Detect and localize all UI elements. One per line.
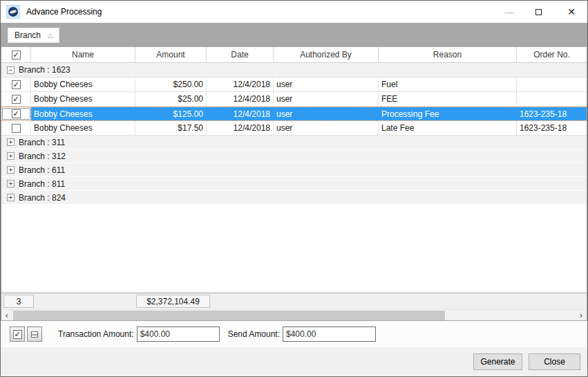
- uncheck-all-button[interactable]: [27, 327, 42, 342]
- minus-icon: [31, 331, 38, 338]
- cell-name: Bobby Cheeses: [31, 77, 135, 91]
- check-icon: ✓: [13, 330, 22, 339]
- generate-button[interactable]: Generate: [473, 353, 522, 370]
- cell-amount: $25.00: [135, 92, 207, 106]
- expand-icon[interactable]: +: [7, 138, 15, 146]
- close-button[interactable]: ✕: [560, 2, 583, 21]
- scroll-left-icon[interactable]: ‹: [1, 310, 12, 321]
- column-header-row: ✓ Name Amount Date Authorized By Reason …: [1, 47, 587, 63]
- table-row[interactable]: ✓ Bobby Cheeses $25.00 12/4/2018 user FE…: [1, 92, 587, 107]
- send-amount-label: Send Amount:: [228, 329, 280, 339]
- scroll-right-icon[interactable]: ›: [576, 310, 587, 321]
- header-order-no[interactable]: Order No.: [517, 47, 587, 62]
- cell-order-no: 1623-235-18: [517, 107, 587, 120]
- cell-reason: FEE: [379, 92, 517, 106]
- group-label: Branch : 312: [19, 151, 66, 161]
- group-row-824[interactable]: + Branch : 824: [1, 191, 587, 205]
- group-row-811[interactable]: + Branch : 811: [1, 177, 587, 191]
- row-check-cell[interactable]: ✓: [1, 77, 31, 91]
- group-by-panel: Branch △: [1, 23, 587, 47]
- select-all-checkbox[interactable]: ✓: [12, 50, 21, 59]
- grid-rows: − Branch : 1623 ✓ Bobby Cheeses $250.00 …: [1, 63, 587, 293]
- row-check-cell[interactable]: [1, 121, 31, 135]
- header-authorized-by[interactable]: Authorized By: [274, 47, 379, 62]
- header-reason[interactable]: Reason: [379, 47, 517, 62]
- group-row-311[interactable]: + Branch : 311: [1, 136, 587, 149]
- cell-name: Bobby Cheeses: [31, 92, 135, 106]
- app-icon-box: [6, 5, 20, 19]
- header-date[interactable]: Date: [207, 47, 274, 62]
- maximize-button[interactable]: [527, 2, 550, 21]
- sort-ascending-icon: △: [48, 32, 53, 39]
- group-label: Branch : 811: [19, 179, 65, 189]
- cell-authorized-by: user: [274, 121, 379, 135]
- cell-reason: Fuel: [379, 77, 517, 91]
- summary-footer: 3 $2,372,104.49: [1, 293, 587, 309]
- cell-order-no: [517, 92, 587, 106]
- expand-icon[interactable]: +: [7, 166, 15, 174]
- cell-amount: $125.00: [135, 107, 207, 120]
- bottom-panel: ✓ Transaction Amount: Send Amount:: [1, 320, 587, 347]
- cell-reason: Processing Fee: [379, 107, 517, 120]
- cell-date: 12/4/2018: [207, 107, 274, 120]
- check-all-button[interactable]: ✓: [10, 327, 25, 342]
- cell-amount: $250.00: [135, 77, 207, 91]
- scrollbar-thumb[interactable]: [13, 311, 445, 320]
- header-name[interactable]: Name: [31, 47, 135, 62]
- cell-amount: $17.50: [135, 121, 207, 135]
- group-label: Branch : 611: [19, 165, 65, 175]
- row-checkbox[interactable]: ✓: [12, 95, 21, 104]
- expand-icon[interactable]: +: [7, 152, 15, 160]
- cell-name: Bobby Cheeses: [31, 107, 135, 120]
- row-check-cell[interactable]: ✓: [1, 92, 31, 106]
- advance-processing-window: Advance Processing — ✕ Branch △ ✓ Name A…: [0, 0, 588, 377]
- maximize-icon: [535, 9, 542, 15]
- header-select-all[interactable]: ✓: [1, 47, 31, 62]
- expand-icon[interactable]: +: [7, 194, 15, 201]
- table-row[interactable]: ✓ Bobby Cheeses $250.00 12/4/2018 user F…: [1, 77, 587, 92]
- app-globe-icon: [8, 7, 18, 17]
- cell-reason: Late Fee: [379, 121, 517, 135]
- table-row-selected[interactable]: ✓ Bobby Cheeses $125.00 12/4/2018 user P…: [1, 107, 587, 121]
- group-row-312[interactable]: + Branch : 312: [1, 149, 587, 163]
- horizontal-scrollbar[interactable]: ‹ ›: [1, 309, 587, 320]
- group-row-611[interactable]: + Branch : 611: [1, 163, 587, 177]
- expand-icon[interactable]: +: [7, 180, 15, 187]
- group-label: Branch : 1623: [19, 65, 70, 75]
- group-label: Branch : 824: [19, 193, 66, 203]
- group-field-branch[interactable]: Branch △: [8, 28, 59, 43]
- grid: Branch △ ✓ Name Amount Date Authorized B…: [1, 23, 587, 320]
- cell-authorized-by: user: [274, 77, 379, 91]
- row-check-cell[interactable]: ✓: [1, 107, 31, 120]
- button-bar: Generate Close: [1, 347, 587, 376]
- title-bar: Advance Processing — ✕: [1, 1, 587, 23]
- table-row[interactable]: Bobby Cheeses $17.50 12/4/2018 user Late…: [1, 121, 587, 136]
- send-amount-input[interactable]: [283, 327, 376, 342]
- amount-total-summary: $2,372,104.49: [136, 295, 210, 308]
- cell-authorized-by: user: [274, 92, 379, 106]
- transaction-amount-input[interactable]: [137, 327, 220, 342]
- minimize-button[interactable]: —: [497, 2, 521, 21]
- group-field-label: Branch: [15, 30, 41, 40]
- header-amount[interactable]: Amount: [135, 47, 207, 62]
- empty-grid-area: [1, 205, 587, 293]
- cell-order-no: 1623-235-18: [517, 121, 587, 135]
- cell-order-no: [517, 77, 587, 91]
- transaction-amount-label: Transaction Amount:: [58, 329, 134, 339]
- collapse-icon[interactable]: −: [7, 66, 15, 74]
- row-checkbox[interactable]: ✓: [12, 80, 21, 89]
- row-count-summary: 3: [3, 295, 34, 308]
- row-checkbox[interactable]: [12, 124, 21, 133]
- row-checkbox[interactable]: ✓: [12, 109, 21, 118]
- group-row-1623[interactable]: − Branch : 1623: [1, 63, 587, 77]
- cell-date: 12/4/2018: [207, 121, 274, 135]
- close-dialog-button[interactable]: Close: [529, 353, 580, 370]
- cell-date: 12/4/2018: [207, 77, 274, 91]
- group-label: Branch : 311: [19, 138, 65, 147]
- cell-name: Bobby Cheeses: [31, 121, 135, 135]
- cell-authorized-by: user: [274, 107, 379, 120]
- cell-date: 12/4/2018: [207, 92, 274, 106]
- window-title: Advance Processing: [26, 7, 102, 17]
